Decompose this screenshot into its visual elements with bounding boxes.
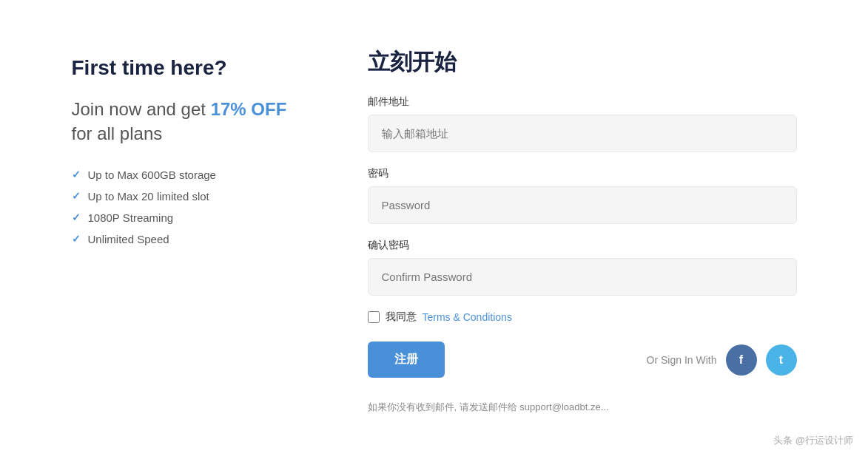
feature-label-2: Up to Max 20 limited slot xyxy=(88,190,209,203)
check-icon-3: ✓ xyxy=(72,211,81,223)
watermark: 头条 @行运设计师 xyxy=(773,434,853,447)
password-group: 密码 xyxy=(368,167,797,224)
register-button[interactable]: 注册 xyxy=(368,342,445,378)
feature-label-3: 1080P Streaming xyxy=(88,211,174,224)
feature-item-1: ✓ Up to Max 600GB storage xyxy=(72,169,309,181)
feature-label-1: Up to Max 600GB storage xyxy=(88,169,216,181)
terms-text: 我同意 xyxy=(386,310,417,324)
email-label: 邮件地址 xyxy=(368,95,797,109)
or-signin-section: Or Sign In With f t xyxy=(647,344,797,376)
form-title: 立刻开始 xyxy=(368,47,797,78)
main-container: First time here? Join now and get 17% OF… xyxy=(27,18,841,444)
confirm-password-input[interactable] xyxy=(368,258,797,296)
left-title: First time here? xyxy=(72,55,309,81)
terms-row: 我同意 Terms & Conditions xyxy=(368,310,797,324)
password-label: 密码 xyxy=(368,167,797,180)
feature-label-4: Unlimited Speed xyxy=(88,233,169,245)
email-input[interactable] xyxy=(368,115,797,152)
check-icon-1: ✓ xyxy=(72,169,81,180)
left-panel: First time here? Join now and get 17% OF… xyxy=(72,47,309,245)
email-group: 邮件地址 xyxy=(368,95,797,152)
check-icon-4: ✓ xyxy=(72,233,81,245)
feature-item-3: ✓ 1080P Streaming xyxy=(72,211,309,224)
promo-plain: Join now and get xyxy=(72,99,211,119)
confirm-password-label: 确认密码 xyxy=(368,239,797,252)
or-signin-text: Or Sign In With xyxy=(647,354,717,366)
features-list: ✓ Up to Max 600GB storage ✓ Up to Max 20… xyxy=(72,169,309,245)
feature-item-2: ✓ Up to Max 20 limited slot xyxy=(72,190,309,203)
twitter-signin-button[interactable]: t xyxy=(766,344,797,376)
password-input[interactable] xyxy=(368,186,797,224)
terms-checkbox[interactable] xyxy=(368,311,380,323)
promo-text: Join now and get 17% OFF for all plans xyxy=(72,97,309,146)
action-row: 注册 Or Sign In With f t xyxy=(368,342,797,378)
confirm-password-group: 确认密码 xyxy=(368,239,797,296)
facebook-signin-button[interactable]: f xyxy=(726,344,757,376)
check-icon-2: ✓ xyxy=(72,190,81,202)
promo-suffix: for all plans xyxy=(72,123,163,143)
promo-highlight: 17% OFF xyxy=(211,99,287,119)
right-panel: 立刻开始 邮件地址 密码 确认密码 我同意 Terms & Conditions… xyxy=(368,47,797,415)
footer-text: 如果你没有收到邮件, 请发送邮件给 support@loadbt.ze... xyxy=(368,400,797,415)
terms-link[interactable]: Terms & Conditions xyxy=(423,311,512,323)
feature-item-4: ✓ Unlimited Speed xyxy=(72,233,309,245)
